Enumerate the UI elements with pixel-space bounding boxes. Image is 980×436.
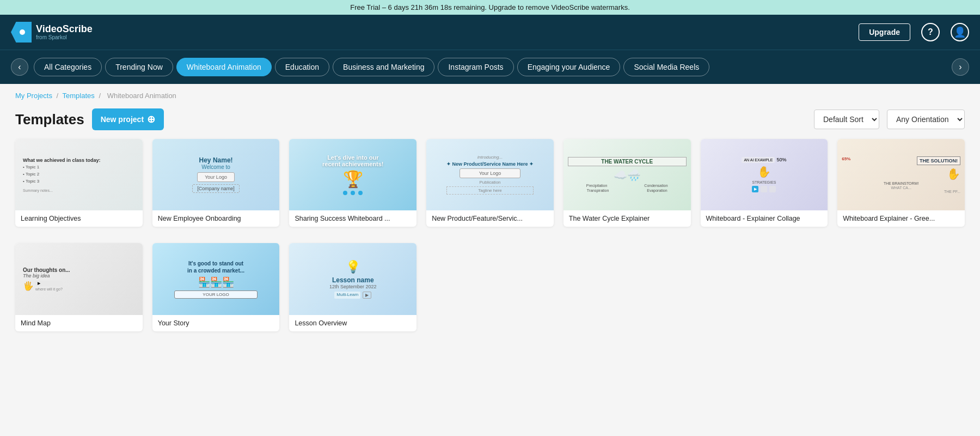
tab-instagram-posts[interactable]: Instagram Posts bbox=[438, 58, 513, 76]
template-card-mind-map[interactable]: Our thoughts on... The big idea 🖐️ ▶ whe… bbox=[15, 243, 143, 331]
template-card-new-product[interactable]: Introducing... ✦ New Product/Service Nam… bbox=[426, 139, 554, 227]
template-thumb-explainer: AN AI EXAMPLE 50% ✋ STRATEGIES ▶ bbox=[701, 139, 828, 210]
template-thumb-mindmap: Our thoughts on... The big idea 🖐️ ▶ whe… bbox=[15, 243, 143, 314]
thumb-content: What we achieved in class today: • Topic… bbox=[20, 154, 138, 196]
banner-text: Free Trial – 6 days 21h 36m 18s remainin… bbox=[350, 3, 630, 11]
thumb-content: 💡 Lesson name 12th September 2022 Multi-… bbox=[293, 260, 412, 299]
tab-whiteboard-animation[interactable]: Whiteboard Animation bbox=[176, 58, 272, 76]
template-thumb-story: It's good to stand outin a crowded marke… bbox=[152, 243, 280, 314]
template-thumb-sharing: Let's dive into ourrecent achievements! … bbox=[289, 139, 416, 210]
template-thumb-lesson: 💡 Lesson name 12th September 2022 Multi-… bbox=[289, 243, 416, 314]
thumb-inner: It's good to stand outin a crowded marke… bbox=[152, 243, 280, 314]
thumb-inner: What we achieved in class today: • Topic… bbox=[15, 139, 143, 210]
logo-name: VideoScribe bbox=[36, 24, 93, 35]
section-header: Templates New project ⊕ Default Sort New… bbox=[0, 103, 980, 139]
template-thumb-water: THE WATER CYCLE ☁️🌧️ PrecipitationConden… bbox=[564, 139, 691, 210]
thumb-content: Hey Name! Welcome to Your Logo [Company … bbox=[192, 156, 240, 193]
template-label: New Employee Onboarding bbox=[152, 210, 280, 227]
template-label: Sharing Success Whiteboard ... bbox=[289, 210, 416, 227]
template-label: Whiteboard - Explainer Collage bbox=[701, 210, 828, 227]
thumb-content: Introducing... ✦ New Product/Service Nam… bbox=[446, 155, 534, 195]
thumb-inner: Our thoughts on... The big idea 🖐️ ▶ whe… bbox=[15, 243, 143, 314]
breadcrumb-current: Whiteboard Animation bbox=[107, 92, 176, 100]
category-tabs: All Categories Trending Now Whiteboard A… bbox=[28, 50, 952, 84]
template-card-learning-objectives[interactable]: What we achieved in class today: • Topic… bbox=[15, 139, 143, 227]
thumb-content: It's good to stand outin a crowded marke… bbox=[157, 260, 275, 299]
template-label: Mind Map bbox=[15, 315, 143, 331]
thumb-content: 65% THE SOLUTION! ✋ THE BRAINSTORM! WHAT… bbox=[842, 156, 960, 193]
logo-text-block: VideoScribe from Sparkol bbox=[36, 24, 93, 41]
thumb-content: AN AI EXAMPLE 50% ✋ STRATEGIES ▶ bbox=[705, 157, 824, 192]
tab-education[interactable]: Education bbox=[275, 58, 329, 76]
thumb-content: Our thoughts on... The big idea 🖐️ ▶ whe… bbox=[20, 265, 138, 293]
template-thumb-onboarding: Hey Name! Welcome to Your Logo [Company … bbox=[152, 139, 280, 210]
thumb-inner: 65% THE SOLUTION! ✋ THE BRAINSTORM! WHAT… bbox=[837, 139, 965, 210]
thumb-content: THE WATER CYCLE ☁️🌧️ PrecipitationConden… bbox=[568, 157, 687, 192]
template-thumb-product: Introducing... ✦ New Product/Service Nam… bbox=[426, 139, 554, 210]
template-card-sharing-success[interactable]: Let's dive into ourrecent achievements! … bbox=[289, 139, 416, 227]
tab-engaging-audience[interactable]: Engaging your Audience bbox=[517, 58, 621, 76]
template-grid-row1: What we achieved in class today: • Topic… bbox=[0, 139, 980, 243]
thumb-inner: Let's dive into ourrecent achievements! … bbox=[289, 139, 416, 210]
template-label: Learning Objectives bbox=[15, 210, 143, 227]
tab-trending-now[interactable]: Trending Now bbox=[105, 58, 173, 76]
template-card-new-employee-onboarding[interactable]: Hey Name! Welcome to Your Logo [Company … bbox=[152, 139, 280, 227]
template-thumb-green: 65% THE SOLUTION! ✋ THE BRAINSTORM! WHAT… bbox=[837, 139, 965, 210]
template-label: New Product/Feature/Servic... bbox=[426, 210, 554, 227]
tab-social-media-reels[interactable]: Social Media Reels bbox=[623, 58, 709, 76]
template-card-lesson-overview[interactable]: 💡 Lesson name 12th September 2022 Multi-… bbox=[289, 243, 416, 331]
orientation-select[interactable]: Any Orientation Landscape Portrait Squar… bbox=[887, 110, 965, 129]
new-project-button[interactable]: New project ⊕ bbox=[92, 108, 164, 130]
page-title: Templates bbox=[15, 111, 84, 128]
thumb-inner: Hey Name! Welcome to Your Logo [Company … bbox=[152, 139, 280, 210]
trial-banner: Free Trial – 6 days 21h 36m 18s remainin… bbox=[0, 0, 980, 15]
logo-mark bbox=[11, 22, 32, 43]
logo-sub: from Sparkol bbox=[36, 34, 93, 40]
breadcrumb-sep1: / bbox=[57, 92, 59, 100]
template-card-explainer-green[interactable]: 65% THE SOLUTION! ✋ THE BRAINSTORM! WHAT… bbox=[837, 139, 965, 227]
template-thumb-learning-objectives: What we achieved in class today: • Topic… bbox=[15, 139, 143, 210]
header-actions: Upgrade ? 👤 bbox=[859, 23, 969, 41]
header: VideoScribe from Sparkol Upgrade ? 👤 bbox=[0, 15, 980, 50]
new-project-label: New project bbox=[101, 115, 144, 124]
template-label: The Water Cycle Explainer bbox=[564, 210, 691, 227]
breadcrumb-templates[interactable]: Templates bbox=[63, 92, 95, 100]
breadcrumb: My Projects / Templates / Whiteboard Ani… bbox=[0, 84, 980, 103]
thumb-inner: Introducing... ✦ New Product/Service Nam… bbox=[426, 139, 554, 210]
logo: VideoScribe from Sparkol bbox=[11, 22, 93, 43]
tab-all-categories[interactable]: All Categories bbox=[34, 58, 102, 76]
thumb-inner: THE WATER CYCLE ☁️🌧️ PrecipitationConden… bbox=[564, 139, 691, 210]
sort-select[interactable]: Default Sort Newest Oldest bbox=[814, 110, 879, 129]
user-account-icon[interactable]: 👤 bbox=[951, 23, 969, 41]
section-left: Templates New project ⊕ bbox=[15, 108, 164, 130]
new-project-plus-icon: ⊕ bbox=[147, 113, 155, 125]
breadcrumb-my-projects[interactable]: My Projects bbox=[15, 92, 52, 100]
thumb-inner: 💡 Lesson name 12th September 2022 Multi-… bbox=[289, 243, 416, 314]
categories-prev-button[interactable]: ‹ bbox=[11, 58, 28, 76]
categories-next-button[interactable]: › bbox=[952, 58, 969, 76]
section-right: Default Sort Newest Oldest Any Orientati… bbox=[814, 110, 965, 129]
template-label: Lesson Overview bbox=[289, 315, 416, 331]
upgrade-button[interactable]: Upgrade bbox=[859, 23, 910, 41]
logo-area: VideoScribe from Sparkol bbox=[11, 22, 93, 43]
tab-business-marketing[interactable]: Business and Marketing bbox=[333, 58, 434, 76]
thumb-content: Let's dive into ourrecent achievements! … bbox=[322, 154, 384, 195]
template-card-water-cycle[interactable]: THE WATER CYCLE ☁️🌧️ PrecipitationConden… bbox=[564, 139, 691, 227]
template-grid-row2: Our thoughts on... The big idea 🖐️ ▶ whe… bbox=[0, 243, 980, 347]
template-label: Your Story bbox=[152, 315, 280, 331]
template-card-explainer-collage[interactable]: AN AI EXAMPLE 50% ✋ STRATEGIES ▶ Whitebo… bbox=[701, 139, 828, 227]
template-label: Whiteboard Explainer - Gree... bbox=[837, 210, 965, 227]
help-icon[interactable]: ? bbox=[921, 23, 940, 41]
template-card-your-story[interactable]: It's good to stand outin a crowded marke… bbox=[152, 243, 280, 331]
categories-bar: ‹ All Categories Trending Now Whiteboard… bbox=[0, 50, 980, 84]
thumb-inner: AN AI EXAMPLE 50% ✋ STRATEGIES ▶ bbox=[701, 139, 828, 210]
breadcrumb-sep2: / bbox=[99, 92, 101, 100]
